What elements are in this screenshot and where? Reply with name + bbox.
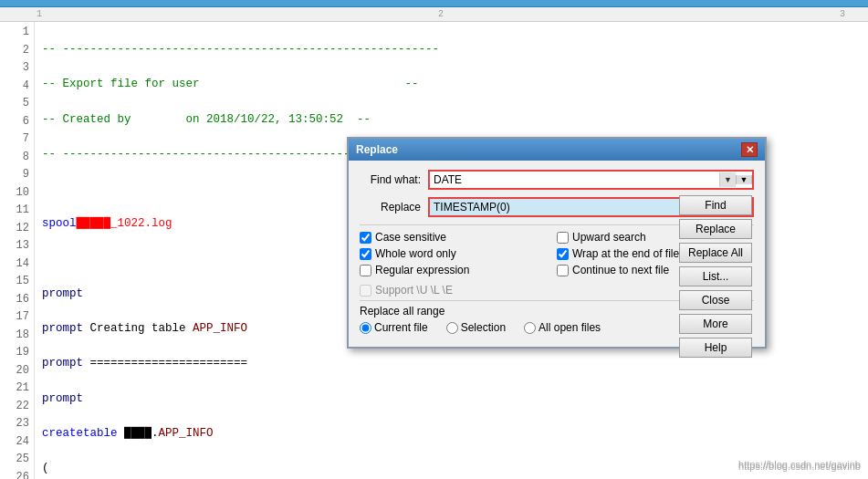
find-row: Find what: ▼ ▼ [360,170,754,190]
regex-row: Regular expression [360,264,557,276]
code-line-3: -- Created by on 2018/10/22, 13:50:52 -- [42,110,868,129]
support-label: Support \U \L \E [375,284,453,297]
dialog-close-button[interactable]: ✕ [741,142,758,157]
regex-checkbox[interactable] [360,265,371,276]
code-line-12: create table ████.APP_INFO [42,425,868,443]
dialog-title: Replace [356,143,398,156]
list-button[interactable]: List... [679,266,752,286]
upward-label[interactable]: Upward search [572,231,646,244]
range-current-label: Current file [374,321,428,334]
range-all-files[interactable]: All open files [524,321,601,334]
case-sensitive-label[interactable]: Case sensitive [375,231,446,244]
line-numbers: 12345 678910 1112131415 1617181920 21222… [0,22,35,479]
case-sensitive-row: Case sensitive [360,231,557,244]
range-selection[interactable]: Selection [446,321,506,334]
find-button[interactable]: Find [679,195,752,215]
whole-word-row: Whole word only [360,247,557,260]
code-line-1: -- -------------------------------------… [42,41,868,59]
ruler: 1 2 3 4 5 6 7 8 9 [0,7,868,22]
wrap-label[interactable]: Wrap at the end of file [572,247,679,260]
find-dropdown-button[interactable]: ▼ [719,172,736,187]
replace-button[interactable]: Replace [679,219,752,239]
range-current-radio[interactable] [360,322,371,334]
whole-word-checkbox[interactable] [360,248,371,260]
more-button[interactable]: More [679,314,752,334]
find-input[interactable] [430,172,719,188]
help-button[interactable]: Help [679,338,752,358]
find-extra-dropdown[interactable]: ▼ [736,175,752,184]
range-selection-label: Selection [461,321,506,334]
find-label: Find what: [360,173,428,186]
close-button[interactable]: Close [679,290,752,310]
range-all-radio[interactable] [524,322,536,334]
whole-word-label[interactable]: Whole word only [375,247,456,260]
regex-label[interactable]: Regular expression [375,264,469,276]
continue-checkbox[interactable] [557,265,569,276]
replace-all-button[interactable]: Replace All [679,243,752,263]
replace-label: Replace [360,201,428,213]
case-sensitive-checkbox[interactable] [360,232,371,244]
find-input-wrapper: ▼ ▼ [428,170,754,190]
range-selection-radio[interactable] [446,322,458,334]
watermark-text: https://blog.csdn.net/gavinb [738,461,861,472]
replace-dialog: Replace ✕ Find what: ▼ ▼ Replace [347,137,767,349]
upward-checkbox[interactable] [557,232,569,244]
editor-top-border [0,0,868,7]
wrap-checkbox[interactable] [557,248,569,260]
range-current-file[interactable]: Current file [360,321,428,334]
code-line-11: prompt [42,390,868,408]
range-all-label: All open files [539,321,601,334]
dialog-buttons: Find Replace Replace All List... Close M… [672,195,754,358]
support-checkbox [360,285,371,297]
dialog-body: Find what: ▼ ▼ Replace ▼ ▼ [349,161,765,347]
options-col-left: Case sensitive Whole word only Regular e… [360,231,557,280]
dialog-content-area: Find what: ▼ ▼ Replace ▼ ▼ [360,170,754,339]
continue-label[interactable]: Continue to next file [572,264,669,276]
code-line-2: -- Export file for user -- [42,76,868,94]
dialog-titlebar: Replace ✕ [349,139,765,161]
